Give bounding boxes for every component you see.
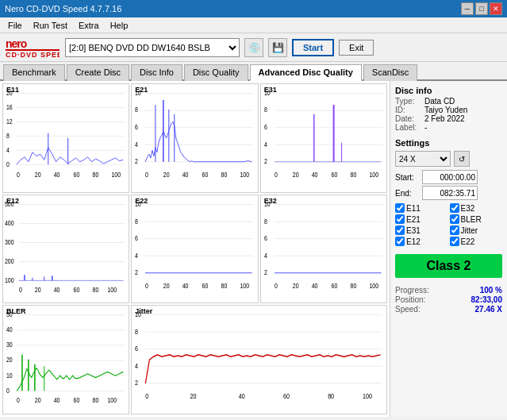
svg-text:4: 4 (264, 141, 268, 148)
menu-help[interactable]: Help (106, 19, 133, 32)
svg-text:80: 80 (328, 393, 335, 401)
svg-rect-88 (133, 197, 255, 302)
start-label: Start: (395, 173, 419, 182)
tab-advanced-disc-quality[interactable]: Advanced Disc Quality (250, 64, 362, 81)
svg-text:4: 4 (264, 252, 268, 260)
svg-text:40: 40 (54, 286, 60, 294)
svg-text:60: 60 (331, 282, 337, 290)
chart-e21-label: E21 (135, 86, 148, 94)
class-badge: Class 2 (395, 254, 502, 278)
svg-text:8: 8 (264, 106, 267, 114)
settings-title: Settings (395, 138, 502, 148)
drive-info-button[interactable]: 💿 (244, 38, 263, 57)
svg-text:20: 20 (35, 171, 41, 179)
svg-text:4: 4 (135, 141, 139, 148)
svg-text:80: 80 (221, 282, 228, 290)
cb-e32[interactable]: E32 (450, 203, 503, 213)
disc-info-title: Disc info (395, 86, 502, 95)
svg-text:0: 0 (19, 286, 22, 294)
svg-text:80: 80 (93, 396, 99, 404)
svg-text:4: 4 (6, 146, 10, 154)
cb-jitter[interactable]: Jitter (450, 225, 503, 235)
svg-rect-147 (133, 307, 385, 412)
svg-text:100: 100 (363, 393, 373, 401)
menu-file[interactable]: File (3, 19, 27, 32)
svg-text:2: 2 (135, 158, 138, 166)
svg-text:6: 6 (135, 345, 138, 353)
svg-text:60: 60 (74, 286, 80, 294)
drive-select[interactable]: [2:0] BENQ DVD DD DW1640 BSLB (65, 38, 240, 57)
svg-text:2: 2 (264, 268, 267, 276)
svg-text:20: 20 (163, 282, 170, 290)
window-controls[interactable]: ─ □ ✕ (461, 2, 502, 15)
maximize-button[interactable]: □ (475, 2, 488, 15)
svg-text:12: 12 (6, 118, 13, 125)
cb-e12[interactable]: E12 (395, 237, 448, 246)
svg-rect-3 (5, 86, 127, 191)
svg-text:0: 0 (145, 171, 148, 179)
refresh-button[interactable]: ↺ (454, 151, 470, 167)
exit-button[interactable]: Exit (339, 40, 374, 56)
close-button[interactable]: ✕ (490, 2, 502, 15)
title-bar: Nero CD-DVD Speed 4.7.7.16 ─ □ ✕ (0, 0, 507, 17)
tab-scan-disc[interactable]: ScanDisc (363, 64, 417, 81)
tab-disc-info[interactable]: Disc Info (131, 64, 182, 81)
menu-bar: File Run Test Extra Help (0, 17, 507, 33)
svg-text:0: 0 (6, 387, 10, 395)
cb-e21[interactable]: E21 (395, 214, 448, 224)
svg-text:20: 20 (35, 396, 41, 404)
svg-text:80: 80 (93, 171, 99, 179)
chart-jitter-label: Jitter (135, 307, 152, 315)
svg-text:CD·DVD SPEED: CD·DVD SPEED (6, 51, 60, 59)
start-time-input[interactable] (422, 170, 478, 184)
toolbar: nero CD·DVD SPEED [2:0] BENQ DVD DD DW16… (0, 33, 507, 62)
svg-text:0: 0 (275, 171, 278, 179)
svg-text:2: 2 (135, 268, 138, 276)
chart-e11-label: E11 (6, 86, 19, 94)
speed-value: 27.46 X (475, 305, 502, 314)
svg-text:100: 100 (240, 171, 250, 179)
cb-e11[interactable]: E11 (395, 203, 448, 213)
type-value: Data CD (424, 97, 455, 106)
svg-text:100: 100 (5, 276, 14, 284)
speed-select[interactable]: 24 X Maximum 4 X 8 X 16 X 32 X (395, 151, 451, 167)
save-button[interactable]: 💾 (268, 38, 287, 57)
progress-label: Progress: (395, 286, 429, 295)
date-value: 2 Feb 2022 (424, 114, 465, 123)
settings-section: Settings 24 X Maximum 4 X 8 X 16 X 32 X … (395, 138, 502, 246)
minimize-button[interactable]: ─ (461, 2, 474, 15)
end-time-input[interactable] (422, 186, 478, 200)
menu-extra[interactable]: Extra (74, 19, 104, 32)
svg-text:4: 4 (135, 252, 139, 260)
svg-text:40: 40 (54, 171, 60, 179)
svg-text:80: 80 (350, 282, 356, 290)
chart-e12: E12 500 400 300 200 100 0 20 40 60 80 10… (2, 195, 129, 304)
chart-e31: E31 10 8 6 4 2 0 20 40 60 80 100 (260, 83, 387, 193)
svg-text:60: 60 (74, 396, 80, 404)
svg-text:6: 6 (135, 234, 138, 242)
cb-e31[interactable]: E31 (395, 225, 448, 235)
position-value: 82:33,00 (471, 295, 502, 304)
svg-text:8: 8 (6, 132, 10, 140)
menu-run-test[interactable]: Run Test (29, 19, 72, 32)
svg-text:6: 6 (264, 123, 267, 131)
cb-bler[interactable]: BLER (450, 214, 503, 224)
svg-text:30: 30 (6, 341, 13, 349)
svg-text:16: 16 (6, 103, 13, 111)
svg-text:40: 40 (182, 282, 189, 290)
svg-text:nero: nero (6, 37, 27, 50)
tab-create-disc[interactable]: Create Disc (67, 64, 129, 81)
svg-text:100: 100 (369, 282, 378, 290)
svg-text:10: 10 (6, 372, 13, 380)
charts-area: E11 20 16 12 8 4 0 0 20 40 (0, 81, 390, 417)
tab-disc-quality[interactable]: Disc Quality (184, 64, 248, 81)
svg-text:0: 0 (17, 171, 20, 179)
svg-text:0: 0 (146, 393, 150, 401)
svg-text:60: 60 (202, 171, 209, 179)
tab-benchmark[interactable]: Benchmark (3, 64, 65, 81)
svg-text:4: 4 (135, 362, 139, 370)
progress-section: Progress: 100 % Position: 82:33,00 Speed… (395, 286, 502, 314)
start-button[interactable]: Start (292, 39, 334, 56)
svg-text:80: 80 (221, 171, 228, 179)
cb-e22[interactable]: E22 (450, 237, 503, 246)
